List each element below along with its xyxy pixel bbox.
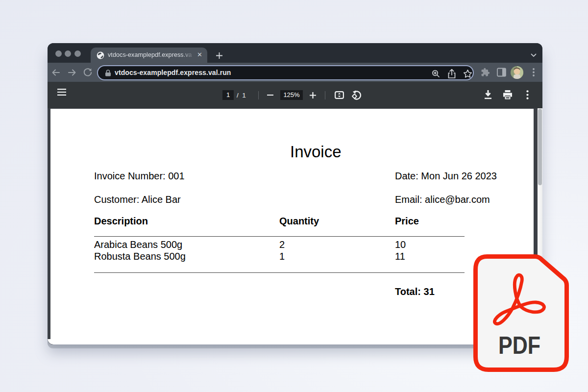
svg-text:PDF: PDF bbox=[498, 332, 540, 359]
